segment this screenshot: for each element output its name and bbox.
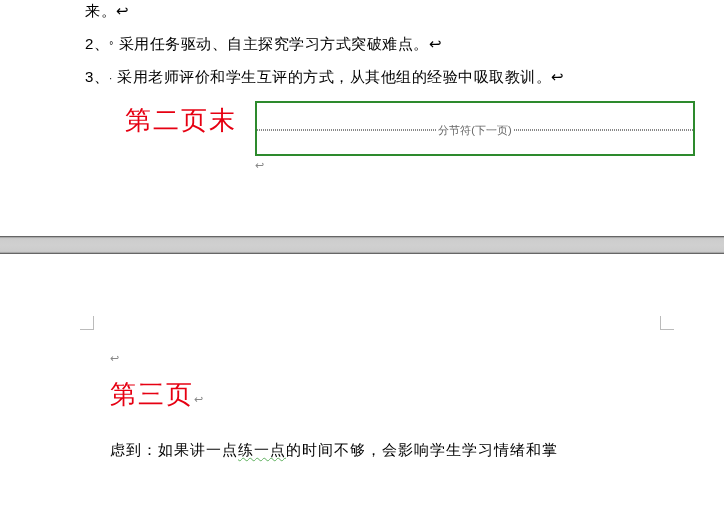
- text-fragment: 来。↩: [20, 0, 704, 21]
- page-end-label: 第二页末: [125, 103, 237, 138]
- spellcheck-underline: 练一点: [238, 432, 286, 468]
- body-paragraph: 虑到：如果讲一点练一点的时间不够，会影响学生学习情绪和掌: [110, 432, 704, 468]
- formatting-dot: °: [109, 40, 114, 51]
- page-margin-area: [20, 254, 704, 334]
- list-item-2: 2、° 采用任务驱动、自主探究学习方式突破难点。↩: [20, 35, 704, 54]
- annotation-row: 第二页末 分节符(下一页) ↩: [20, 101, 704, 161]
- section-break-text: 分节符(下一页): [436, 123, 513, 138]
- body-text-part: 虑到：如果讲一点: [110, 441, 238, 458]
- page-top-area: 来。↩ 2、° 采用任务驱动、自主探究学习方式突破难点。↩ 3、· 采用老师评价…: [0, 0, 724, 161]
- highlight-box: 分节符(下一页): [255, 101, 695, 156]
- formatting-dot: ·: [109, 73, 112, 84]
- paragraph-mark: ↩: [110, 352, 704, 365]
- paragraph-mark: ↩: [255, 159, 264, 172]
- margin-corner-tr: [660, 316, 674, 330]
- list-item-3: 3、· 采用老师评价和学生互评的方式，从其他组的经验中吸取教训。↩: [20, 68, 704, 87]
- list-text: 采用任务驱动、自主探究学习方式突破难点。↩: [119, 35, 443, 52]
- page-bottom-area: ↩ 第三页↩ 虑到：如果讲一点练一点的时间不够，会影响学生学习情绪和掌: [0, 254, 724, 468]
- list-number: 2、: [85, 35, 109, 52]
- section-break-indicator: 分节符(下一页): [257, 122, 693, 138]
- list-number: 3、: [85, 68, 109, 85]
- list-text: 采用老师评价和学生互评的方式，从其他组的经验中吸取教训。↩: [117, 68, 565, 85]
- margin-corner-tl: [80, 316, 94, 330]
- page-start-label: 第三页↩: [110, 377, 704, 412]
- page-separator: [0, 236, 724, 254]
- body-text-part: 的时间不够，会影响学生学习情绪和掌: [286, 441, 558, 458]
- dotted-line-right: [514, 129, 693, 131]
- dotted-line-left: [257, 129, 436, 131]
